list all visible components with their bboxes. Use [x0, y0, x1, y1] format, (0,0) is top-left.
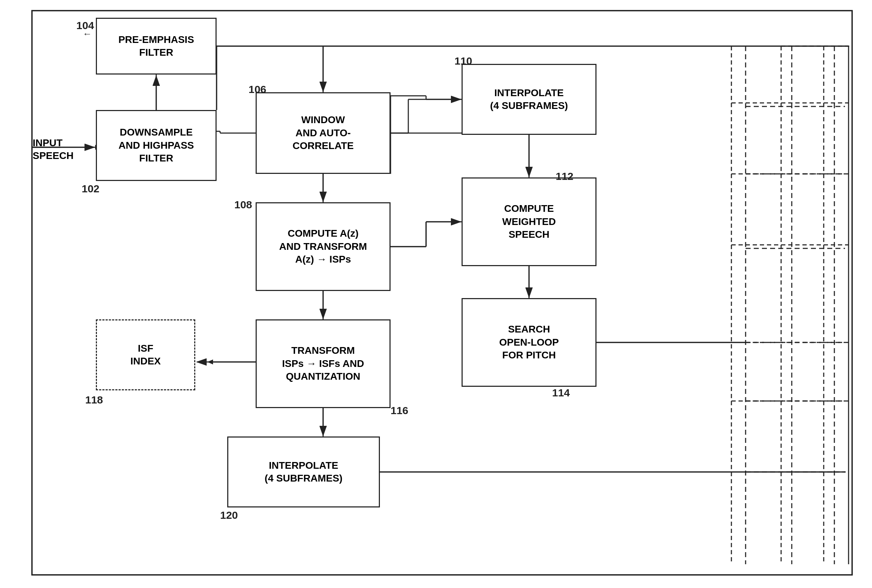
connection-lines [0, 0, 872, 588]
transform-isf-block: TRANSFORMISPs → ISFs ANDQUANTIZATION [256, 320, 391, 408]
svg-marker-18 [207, 360, 213, 364]
diagram-container: INPUTSPEECH PRE-EMPHASISFILTER 104 ← DOW… [0, 0, 872, 588]
compute-az-block: COMPUTE A(z)AND TRANSFORMA(z) → ISPs [256, 202, 391, 291]
pre-emphasis-filter-block: PRE-EMPHASISFILTER [96, 18, 216, 75]
ref-106: 106 [248, 83, 266, 96]
compute-weighted-speech-block: COMPUTEWEIGHTEDSPEECH [462, 177, 597, 266]
interpolate-top-block: INTERPOLATE(4 SUBFRAMES) [462, 64, 597, 135]
svg-rect-52 [32, 10, 852, 575]
ref-104-arrow: ← [83, 28, 92, 39]
ref-116: 116 [391, 405, 408, 417]
ref-108: 108 [235, 199, 252, 211]
ref-110: 110 [454, 55, 472, 67]
arrows-svg [0, 0, 872, 588]
isf-index-block: ISFINDEX [96, 320, 195, 390]
ref-118: 118 [85, 394, 103, 406]
ref-114: 114 [552, 387, 570, 399]
ref-102: 102 [82, 183, 99, 195]
window-autocorrelate-block: WINDOWAND AUTO-CORRELATE [256, 92, 391, 174]
ref-112: 112 [556, 170, 573, 182]
input-speech-label: INPUTSPEECH [33, 136, 74, 162]
interpolate-bottom-block: INTERPOLATE(4 SUBFRAMES) [227, 436, 380, 507]
search-pitch-block: SEARCHOPEN-LOOPFOR PITCH [462, 298, 597, 387]
downsample-filter-block: DOWNSAMPLEAND HIGHPASSFILTER [96, 110, 216, 181]
svg-rect-0 [32, 10, 852, 575]
ref-120: 120 [220, 509, 238, 521]
